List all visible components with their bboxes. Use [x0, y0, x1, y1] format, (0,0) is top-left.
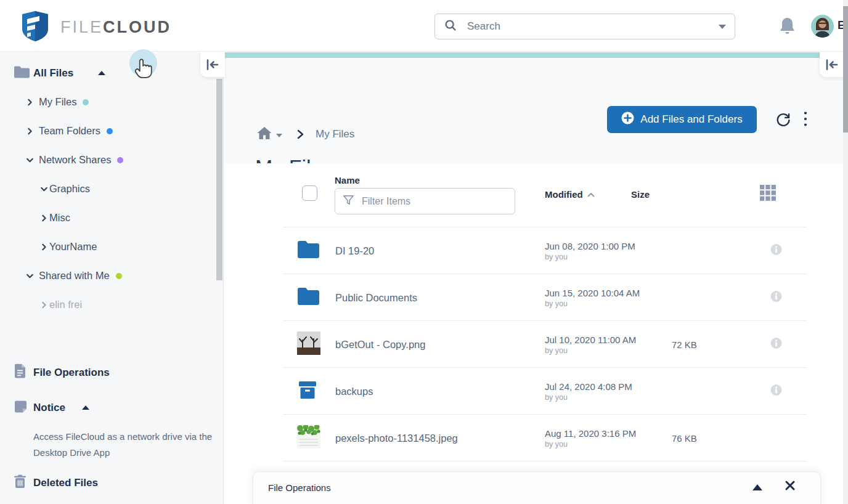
more-options-button[interactable]	[804, 111, 807, 129]
sidebar-item-label: File Operations	[33, 367, 110, 379]
collapse-caret-icon[interactable]	[82, 405, 89, 410]
notice-message: Access FileCloud as a network drive via …	[33, 429, 218, 461]
sidebar-navigation: All FilesMy FilesTeam FoldersNetwork Sha…	[0, 52, 224, 504]
sidebar-item-label: Notice	[33, 402, 65, 414]
chevron-right-icon[interactable]	[40, 301, 48, 309]
breadcrumb-caret-icon[interactable]	[276, 134, 282, 137]
add-files-button[interactable]: Add Files and Folders	[607, 106, 757, 133]
sidebar-item-all-files[interactable]: All Files	[0, 59, 224, 87]
status-dot	[117, 157, 123, 163]
panel-collapse-button[interactable]	[820, 52, 844, 77]
status-dot	[83, 99, 89, 105]
info-icon[interactable]	[770, 337, 782, 351]
search-scope-caret-icon[interactable]	[719, 25, 726, 29]
page-scrollbar-thumb[interactable]	[843, 6, 848, 132]
grid-view-icon	[759, 184, 777, 202]
file-name[interactable]: backups	[335, 385, 373, 397]
table-row[interactable]: Public DocumentsJun 15, 2020 10:04 AMby …	[283, 274, 807, 320]
refresh-button[interactable]	[775, 111, 791, 129]
info-icon[interactable]	[770, 290, 782, 304]
column-header-size[interactable]: Size	[631, 189, 650, 200]
file-name[interactable]: bGetOut - Copy.png	[335, 338, 425, 350]
sidebar-item-network-shares[interactable]: Network Shares	[0, 145, 224, 174]
filecloud-wordmark: FILECLOUD	[60, 18, 171, 37]
sidebar-item-shared-with-me[interactable]: Shared with Me	[0, 261, 224, 290]
table-row[interactable]: pexels-photo-1131458.jpegAug 11, 2020 3:…	[283, 414, 807, 461]
file-size: 76 KB	[672, 433, 697, 443]
chevron-right-icon[interactable]	[26, 98, 34, 106]
archive-box-icon	[297, 380, 318, 403]
sidebar-item-notice[interactable]: Notice	[0, 393, 224, 422]
sidebar-item-label: My Files	[39, 96, 89, 108]
sidebar-item-label: Shared with Me	[39, 270, 122, 282]
file-modified: Aug 11, 2020 3:16 PMby you	[545, 428, 636, 448]
sidebar-scrollbar[interactable]	[216, 79, 222, 280]
panel-close-icon[interactable]	[785, 480, 796, 494]
file-modified: Jun 15, 2020 10:04 AMby you	[545, 287, 640, 307]
sidebar-item-label: Deleted Files	[33, 477, 98, 489]
column-header-modified[interactable]: Modified	[545, 189, 595, 200]
grid-view-toggle[interactable]	[759, 184, 777, 205]
file-name[interactable]: pexels-photo-1131458.jpeg	[335, 432, 458, 444]
select-all-checkbox[interactable]	[302, 185, 317, 201]
search-icon	[444, 18, 457, 35]
status-dot	[116, 273, 122, 279]
top-header: FILECLOUD	[0, 0, 848, 52]
table-row[interactable]: backupsJul 24, 2020 4:08 PMby you	[283, 367, 807, 414]
column-header-name[interactable]: Name	[335, 175, 360, 185]
folder-icon	[14, 65, 30, 81]
filter-input-wrap	[335, 188, 515, 214]
sidebar-item-label: Team Folders	[39, 125, 113, 137]
filter-funnel-icon	[343, 194, 354, 208]
file-operations-panel: File Operations	[253, 471, 821, 504]
chevron-right-icon[interactable]	[26, 127, 34, 135]
filecloud-logo[interactable]: FILECLOUD	[18, 9, 171, 45]
refresh-icon	[775, 111, 791, 128]
chevron-right-icon[interactable]	[40, 243, 48, 251]
collapse-right-icon	[825, 59, 839, 70]
sidebar-item-label: Network Shares	[39, 154, 123, 166]
home-icon[interactable]	[256, 126, 272, 143]
sidebar-item-label: All Files	[33, 67, 73, 79]
status-dot	[107, 128, 113, 134]
sidebar-item-yourname[interactable]: YourName	[0, 232, 224, 261]
table-row[interactable]: bGetOut - Copy.pngJul 10, 2020 11:00 AMb…	[283, 320, 807, 367]
filecloud-app: FILECLOUD	[0, 0, 848, 504]
sidebar-item-deleted-files[interactable]: Deleted Files	[0, 468, 224, 497]
plus-circle-icon	[621, 112, 634, 128]
sidebar-item-label: elin frei	[49, 299, 82, 311]
collapse-caret-icon[interactable]	[98, 71, 105, 75]
info-icon[interactable]	[770, 243, 782, 258]
sidebar-item-elin-frei[interactable]: elin frei	[0, 290, 224, 314]
chevron-down-icon[interactable]	[26, 156, 34, 164]
sidebar-item-graphics[interactable]: Graphics	[0, 174, 224, 203]
modified-label: Modified	[545, 189, 583, 200]
sidebar-item-my-files[interactable]: My Files	[0, 87, 224, 116]
chevron-down-icon[interactable]	[26, 272, 34, 280]
sidebar-item-misc[interactable]: Misc	[0, 203, 224, 232]
search-input[interactable]	[467, 20, 719, 33]
panel-expand-icon[interactable]	[752, 484, 762, 490]
sidebar-item-file-operations[interactable]: File Operations	[0, 358, 224, 387]
file-name[interactable]: Public Documents	[335, 291, 417, 303]
main-content: My Files My Files 39 items Add Files and…	[224, 52, 843, 504]
accent-bar	[225, 52, 820, 58]
info-icon[interactable]	[770, 384, 782, 398]
file-rows: DI 19-20Jun 08, 2020 1:00 PMby youPublic…	[283, 227, 807, 461]
file-modified: Jul 24, 2020 4:08 PMby you	[545, 381, 632, 401]
sidebar-collapse-button[interactable]	[200, 52, 225, 77]
notifications-bell-icon[interactable]	[779, 17, 796, 38]
image-thumbnail	[297, 331, 320, 357]
sidebar-item-label: Graphics	[49, 183, 90, 195]
table-row[interactable]: DI 19-20Jun 08, 2020 1:00 PMby you	[283, 227, 807, 274]
chevron-down-icon[interactable]	[40, 185, 48, 193]
file-name[interactable]: DI 19-20	[335, 245, 374, 256]
filter-items-input[interactable]	[362, 196, 507, 207]
sidebar-item-team-folders[interactable]: Team Folders	[0, 116, 224, 145]
add-files-button-label: Add Files and Folders	[640, 113, 742, 126]
page-scrollbar-track[interactable]	[843, 0, 848, 504]
chevron-right-icon[interactable]	[40, 214, 48, 222]
file-modified: Jul 10, 2020 11:00 AMby you	[545, 334, 636, 354]
sidebar-item-label: Misc	[49, 212, 70, 224]
user-avatar[interactable]	[811, 15, 834, 38]
